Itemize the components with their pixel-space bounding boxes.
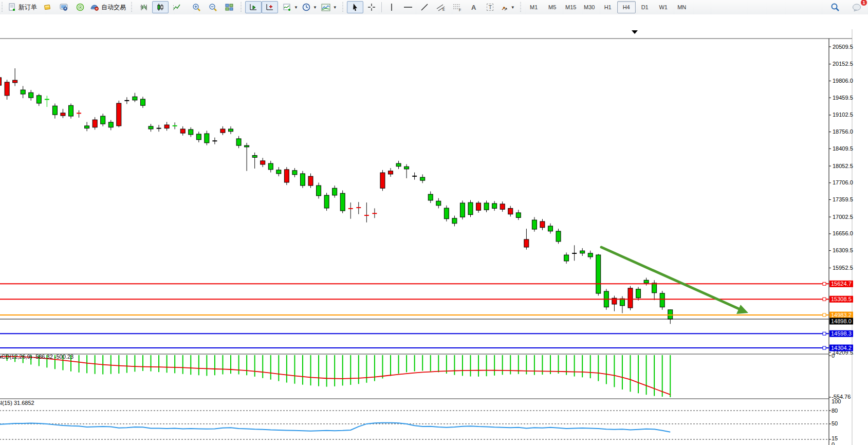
profile-button[interactable] bbox=[56, 1, 72, 13]
auto-scroll-button[interactable] bbox=[245, 1, 262, 13]
auto-trading-button[interactable]: 自动交易 bbox=[88, 1, 128, 13]
level-label: 15308.5 bbox=[831, 296, 852, 302]
group-handle[interactable] bbox=[342, 2, 344, 12]
market-button[interactable] bbox=[39, 1, 56, 13]
candle-body bbox=[69, 105, 73, 116]
line-handle[interactable] bbox=[823, 298, 826, 301]
timeframe-M1-button[interactable]: M1 bbox=[525, 1, 543, 13]
equidistant-channel-button[interactable]: E bbox=[433, 1, 449, 13]
zoom-in-icon bbox=[192, 3, 201, 12]
candle-body bbox=[524, 239, 529, 247]
candle-body bbox=[300, 174, 305, 186]
timeframe-MN-button[interactable]: MN bbox=[673, 1, 691, 13]
timeframe-H1-button[interactable]: H1 bbox=[599, 1, 617, 13]
candle-body bbox=[229, 129, 233, 132]
line-handle[interactable] bbox=[823, 282, 826, 285]
text-button[interactable]: A bbox=[466, 1, 482, 13]
new-order-label: 新订单 bbox=[19, 3, 37, 12]
toolbar-right: 1 bbox=[827, 0, 865, 14]
group-handle[interactable] bbox=[240, 2, 243, 12]
crosshair-button[interactable] bbox=[363, 1, 380, 13]
candle-body bbox=[668, 310, 673, 319]
candle-body bbox=[588, 253, 593, 257]
bar-chart-mode-button[interactable] bbox=[136, 1, 152, 13]
fibonacci-button[interactable]: F bbox=[449, 1, 466, 13]
zoom-out-button[interactable] bbox=[205, 1, 221, 13]
tile-windows-icon bbox=[225, 3, 233, 11]
chart-shift-icon bbox=[266, 3, 274, 11]
candle-body bbox=[636, 289, 641, 298]
candle-body bbox=[36, 96, 41, 103]
search-icon bbox=[830, 3, 840, 12]
auto-scroll-icon bbox=[249, 3, 257, 11]
line-handle[interactable] bbox=[823, 332, 826, 335]
group-handle[interactable] bbox=[131, 2, 133, 12]
candle-body bbox=[548, 226, 553, 231]
line-handle[interactable] bbox=[823, 313, 826, 317]
search-button[interactable] bbox=[827, 1, 843, 13]
indicators-icon bbox=[283, 3, 291, 11]
svg-text:F: F bbox=[459, 8, 461, 12]
line-chart-mode-button[interactable] bbox=[169, 1, 185, 13]
text-label-button[interactable]: T bbox=[482, 1, 498, 13]
periods-button[interactable]: ▼ bbox=[300, 1, 319, 13]
new-order-button[interactable]: 新订单 bbox=[6, 1, 39, 13]
candle-body bbox=[85, 126, 89, 128]
timeframe-M30-button[interactable]: M30 bbox=[580, 1, 599, 13]
candlestick-mode-button[interactable] bbox=[152, 1, 169, 13]
price-tick-label: 20152.5 bbox=[833, 61, 853, 67]
candle-body bbox=[660, 293, 664, 307]
candle-body bbox=[13, 80, 17, 83]
tile-windows-button[interactable] bbox=[221, 1, 237, 13]
candle-body bbox=[93, 120, 97, 127]
chart-canvas[interactable]: 20509.520152.519806.019459.519102.518756… bbox=[0, 14, 868, 445]
rsi-axis-label: 80 bbox=[832, 407, 838, 414]
candle-body bbox=[564, 255, 569, 261]
level-label: 14598.3 bbox=[831, 330, 852, 337]
line-handle[interactable] bbox=[823, 346, 826, 349]
candle-body bbox=[284, 170, 289, 182]
timeframe-W1-button[interactable]: W1 bbox=[654, 1, 673, 13]
templates-button[interactable]: ▼ bbox=[319, 1, 339, 13]
toolbar-drag-handle[interactable] bbox=[1, 2, 4, 12]
price-tick-label: 18409.5 bbox=[833, 145, 853, 152]
candle-body bbox=[117, 103, 121, 126]
macd-zero-label: 0 bbox=[832, 353, 835, 359]
rsi-axis-label: 15 bbox=[832, 435, 838, 441]
candlestick-icon bbox=[156, 3, 164, 11]
arrows-button[interactable]: ▼ bbox=[498, 1, 517, 13]
candle-body bbox=[189, 129, 193, 135]
timeframe-M15-button[interactable]: M15 bbox=[562, 1, 580, 13]
chart-background bbox=[0, 14, 854, 445]
candle-body bbox=[596, 255, 601, 293]
trendline-button[interactable] bbox=[416, 1, 433, 13]
vertical-line-button[interactable] bbox=[383, 1, 400, 13]
text-label-icon: T bbox=[487, 4, 493, 11]
zoom-in-button[interactable] bbox=[188, 1, 205, 13]
candle-body bbox=[220, 129, 225, 133]
candle-body bbox=[516, 213, 521, 217]
signals-button[interactable] bbox=[72, 1, 88, 13]
candle-body bbox=[556, 231, 561, 242]
timeframe-H4-button[interactable]: H4 bbox=[617, 1, 636, 13]
candle-body bbox=[324, 195, 329, 208]
line-chart-icon bbox=[173, 3, 181, 11]
chart-shift-button[interactable] bbox=[262, 1, 278, 13]
timeframe-D1-button[interactable]: D1 bbox=[636, 1, 654, 13]
horizontal-line-button[interactable] bbox=[400, 1, 416, 13]
candle-body bbox=[245, 145, 249, 147]
candle-body bbox=[149, 126, 153, 129]
timeframe-M5-button[interactable]: M5 bbox=[543, 1, 562, 13]
arrow-objects-icon bbox=[501, 4, 508, 11]
group-handle[interactable] bbox=[520, 2, 522, 12]
monitor-icon bbox=[60, 3, 68, 11]
candle-body bbox=[133, 97, 137, 100]
cursor-button[interactable] bbox=[347, 1, 363, 13]
indicators-button[interactable]: ▼ bbox=[281, 1, 300, 13]
price-tick-label: 18756.0 bbox=[833, 128, 853, 135]
candle-body bbox=[484, 203, 489, 210]
candle-body bbox=[140, 99, 145, 105]
candle-body bbox=[500, 204, 505, 209]
vertical-line-icon bbox=[389, 3, 395, 11]
notifications-button[interactable]: 1 bbox=[848, 1, 865, 13]
